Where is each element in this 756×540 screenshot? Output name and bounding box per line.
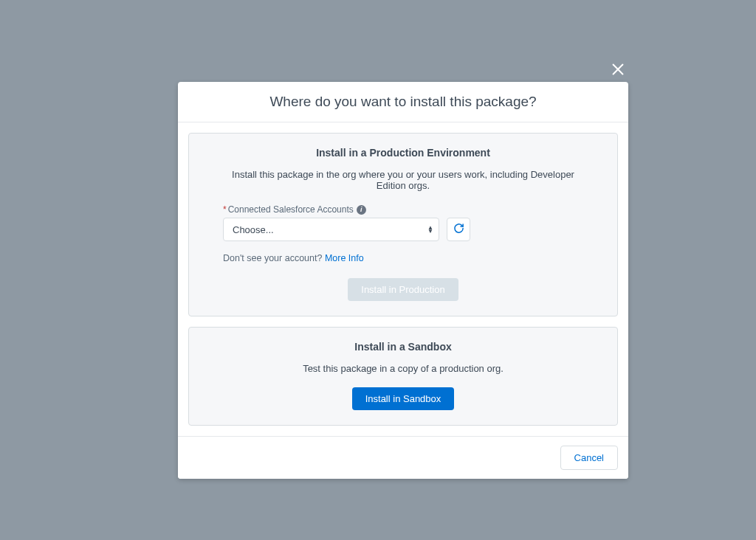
modal-header: Where do you want to install this packag… xyxy=(178,82,628,122)
accounts-select-wrap: ▲▼ xyxy=(223,218,439,241)
accounts-select[interactable] xyxy=(223,218,439,241)
modal-footer: Cancel xyxy=(178,436,628,479)
accounts-field-label: *Connected Salesforce Accounts i xyxy=(223,204,583,215)
sandbox-panel: Install in a Sandbox Test this package i… xyxy=(188,327,618,426)
install-production-button: Install in Production xyxy=(348,278,458,301)
modal-title: Where do you want to install this packag… xyxy=(193,94,614,110)
required-indicator: * xyxy=(223,204,227,215)
more-info-link[interactable]: More Info xyxy=(325,253,364,263)
helper-prefix: Don't see your account? xyxy=(223,253,325,263)
accounts-label-text: Connected Salesforce Accounts xyxy=(228,204,354,215)
sandbox-title: Install in a Sandbox xyxy=(223,341,583,353)
production-title: Install in a Production Environment xyxy=(223,147,583,159)
close-icon[interactable] xyxy=(610,61,626,77)
refresh-icon xyxy=(453,223,464,236)
sandbox-description: Test this package in a copy of a product… xyxy=(223,363,583,374)
production-panel: Install in a Production Environment Inst… xyxy=(188,133,618,316)
refresh-accounts-button[interactable] xyxy=(447,218,470,241)
production-description: Install this package in the org where yo… xyxy=(223,169,583,191)
accounts-helper: Don't see your account? More Info xyxy=(223,253,583,263)
install-package-modal: Where do you want to install this packag… xyxy=(178,82,628,479)
cancel-button[interactable]: Cancel xyxy=(560,446,618,470)
modal-body: Install in a Production Environment Inst… xyxy=(178,122,628,436)
info-icon[interactable]: i xyxy=(357,205,366,215)
install-sandbox-button[interactable]: Install in Sandbox xyxy=(352,387,455,410)
